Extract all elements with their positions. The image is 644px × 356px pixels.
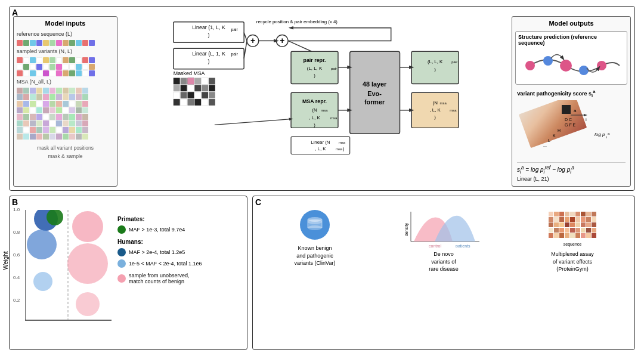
hm-cell [549, 228, 553, 233]
msa-cell [43, 107, 49, 113]
msa-cell [23, 120, 29, 126]
msa-cell [76, 127, 82, 133]
msa-cell [36, 127, 42, 133]
seq-cell [76, 40, 82, 46]
panel-c-container: C [252, 196, 635, 350]
linear-top-sub: pair [231, 27, 238, 32]
hm-cell [549, 222, 553, 227]
bubble-pink-large-mid [67, 243, 108, 284]
msa-repr-dims2: , L, K [309, 115, 320, 120]
msa-cell [17, 114, 23, 120]
hm-cell [592, 233, 596, 238]
msa-cell [49, 134, 55, 140]
plus-symbol: + [250, 36, 255, 45]
seq-cell [23, 40, 29, 46]
evoformer-label2: Evo- [367, 90, 382, 97]
humans-dot-1 [117, 248, 126, 256]
hm-cell [559, 222, 564, 227]
hm-cell [592, 217, 596, 222]
structure-prediction-box: Structure prediction (reference sequence… [515, 31, 627, 85]
ref-seq-grid [17, 40, 114, 46]
masked-cell [187, 99, 194, 106]
masked-cell [194, 92, 201, 98]
seq-cell [43, 57, 49, 63]
output-pair-sub: pair [451, 60, 457, 64]
structure-title: Structure prediction (reference sequence… [518, 34, 624, 46]
linear-21-label: Linear (L, 21) [517, 176, 626, 182]
proteingym-label: Multiplexed assayof variant effects(Prot… [551, 250, 594, 273]
msa-cell [17, 107, 23, 113]
msa-cell [43, 134, 49, 140]
seq-cell [30, 40, 36, 46]
seq-cell [89, 40, 95, 46]
linear-msa-text2: , L, K [315, 146, 326, 151]
seq-cell [17, 70, 23, 76]
masked-msa-group: Masked MSA [174, 70, 215, 106]
inputs-title: Model inputs [17, 20, 114, 27]
seq-cell [69, 40, 75, 46]
linear-msa-sub2: msa [336, 147, 343, 151]
msa-cell [17, 127, 23, 133]
hm-cell [575, 212, 580, 216]
hm-cell [549, 233, 553, 238]
msa-cell [76, 120, 82, 126]
msa-cell [82, 134, 88, 140]
pair-repr-close: ) [314, 73, 315, 78]
masked-msa-label: Masked MSA [174, 70, 205, 76]
seq-cell [69, 57, 75, 63]
msa-cell [30, 120, 36, 126]
ref-seq-label: reference sequence (L) [17, 31, 114, 37]
linear-bottom-sub: pair [231, 52, 238, 57]
log-p-sup: a [608, 132, 610, 135]
msa-label: MSA (N_all, L) [17, 79, 114, 85]
msa-cell [63, 101, 69, 107]
y-tick-1: 1.0 [13, 207, 20, 212]
masked-cell [174, 85, 180, 91]
msa-big-grid [17, 88, 114, 141]
hm-cell [554, 228, 559, 233]
masked-cell [194, 85, 201, 91]
output-msa-close: ) [434, 114, 436, 120]
msa-cell [43, 101, 49, 107]
msa-cell [43, 94, 49, 100]
msa-cell [49, 120, 55, 126]
msa-cell [63, 107, 69, 113]
output-pair-close: ) [434, 67, 436, 72]
aa-letters2: G F E [565, 123, 576, 127]
masked-cell [209, 99, 215, 106]
msa-cell [56, 107, 62, 113]
linear-msa-close: ) [343, 146, 345, 151]
seq-cell [82, 70, 88, 76]
seq-cell [76, 64, 82, 70]
msa-cell [82, 127, 88, 133]
msa-cells [17, 88, 88, 140]
hm-cell [559, 217, 564, 222]
recycle-text: recycle position & pair embedding (x 4) [256, 19, 338, 24]
mask-sample-label: mask & sample [17, 153, 114, 159]
hm-cell [586, 212, 591, 216]
seq-cell [56, 40, 62, 46]
masked-cell [174, 99, 180, 106]
msa-cell [49, 127, 55, 133]
msa-cell [56, 94, 62, 100]
y-tick-04: 0.4 [13, 275, 20, 280]
panel-b-content: Weight 1.0 0.8 0.6 0.4 0.2 [13, 207, 243, 326]
seq-cell [76, 70, 82, 76]
hm-cell [549, 212, 553, 216]
panel-c-items: Known benignand pathogenicvariants (Clin… [256, 209, 631, 273]
hm-cell [575, 228, 580, 233]
msa-cell [30, 114, 36, 120]
db-mid [308, 219, 322, 224]
msa-cell [30, 94, 36, 100]
hm-cell [559, 228, 564, 233]
hm-x-label: sequence [564, 242, 581, 247]
linear-msa-text1: Linear (N [311, 140, 330, 145]
score-bar [519, 100, 587, 148]
msa-cell [63, 114, 69, 120]
evoformer-label3: former [364, 98, 385, 106]
humans-text-1: MAF > 2e-4, total 1.2e5 [129, 249, 185, 255]
msa-cell [82, 107, 88, 113]
mask-label: mask all variant positions [17, 145, 114, 151]
seq-cell [49, 70, 55, 76]
msa-cell [49, 94, 55, 100]
